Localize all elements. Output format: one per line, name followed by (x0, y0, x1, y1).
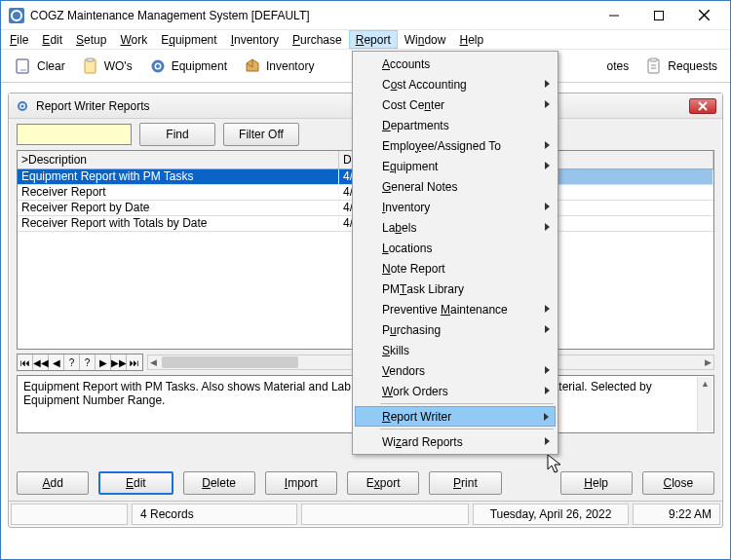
requests-icon (644, 56, 664, 76)
menu-employee[interactable]: Employee/Assigned To (355, 135, 556, 156)
print-button[interactable]: Print (429, 471, 501, 495)
menu-setup[interactable]: Setup (69, 30, 113, 49)
menu-equipment[interactable]: Equipment (154, 30, 223, 49)
tool-requests[interactable]: Requests (637, 54, 724, 79)
report-dropdown: Accounts Cost Accounting Cost Center Dep… (352, 51, 558, 455)
menu-preventive[interactable]: Preventive Maintenance (355, 299, 556, 319)
menu-work-orders[interactable]: Work Orders (355, 381, 556, 401)
menu-inventory-sub[interactable]: Inventory (355, 197, 556, 217)
menu-report[interactable]: Report (349, 30, 398, 49)
tool-notes[interactable]: otes (600, 56, 636, 76)
tool-clear[interactable]: Clear (7, 54, 72, 79)
status-date: Tuesday, April 26, 2022 (473, 504, 629, 525)
gear-icon (15, 98, 30, 114)
menu-cost-center[interactable]: Cost Center (355, 94, 556, 115)
close-child-button[interactable]: Close (642, 471, 714, 495)
svg-point-0 (12, 11, 21, 20)
maximize-button[interactable] (636, 1, 681, 30)
menu-inventory[interactable]: Inventory (224, 30, 286, 49)
svg-rect-2 (655, 11, 664, 19)
close-button[interactable] (681, 1, 726, 30)
svg-rect-5 (17, 59, 28, 73)
find-button[interactable]: Find (139, 123, 215, 146)
menu-departments[interactable]: Departments (355, 115, 556, 135)
window-title: COGZ Maintenance Management System [DEFA… (30, 9, 592, 22)
tool-inventory[interactable]: Inventory (236, 54, 321, 79)
menu-bar: File Edit Setup Work Equipment Inventory… (1, 30, 730, 50)
menu-window[interactable]: Window (398, 30, 453, 49)
clear-icon (14, 56, 33, 76)
inner-status-bar: 4 Records Tuesday, April 26, 2022 9:22 A… (9, 501, 722, 527)
equipment-icon (148, 56, 168, 76)
filter-off-button[interactable]: Filter Off (223, 123, 299, 146)
menu-labels[interactable]: Labels (355, 217, 556, 238)
nav-locate2[interactable]: ? (80, 355, 96, 370)
title-bar: COGZ Maintenance Management System [DEFA… (1, 1, 730, 30)
menu-purchasing[interactable]: Purchasing (355, 319, 556, 340)
nav-locate[interactable]: ? (64, 355, 80, 370)
status-records: 4 Records (132, 504, 297, 525)
menu-separator (380, 403, 554, 404)
nav-next-page[interactable]: ▶▶ (111, 355, 127, 370)
svg-rect-7 (87, 58, 94, 61)
menu-help[interactable]: Help (452, 30, 490, 49)
nav-next[interactable]: ▶ (96, 355, 111, 370)
wos-icon (81, 56, 100, 76)
add-button[interactable]: Add (17, 471, 89, 495)
status-cell-3 (301, 504, 469, 525)
menu-edit[interactable]: Edit (35, 30, 69, 49)
col-rest[interactable] (541, 151, 713, 168)
edit-button[interactable]: Edit (98, 471, 173, 495)
menu-separator (380, 429, 554, 429)
menu-general-notes[interactable]: General Notes (355, 176, 556, 197)
desc-vertical-scrollbar[interactable]: ▲ (697, 377, 712, 431)
search-input[interactable] (17, 124, 132, 145)
record-nav[interactable]: ⏮ ◀◀ ◀ ? ? ▶ ▶▶ ⏭ (17, 354, 143, 371)
menu-vendors[interactable]: Vendors (355, 360, 556, 381)
app-icon (9, 8, 24, 23)
svg-point-13 (21, 104, 24, 107)
svg-point-9 (156, 64, 160, 68)
export-button[interactable]: Export (347, 471, 419, 495)
bottom-button-row: Add Edit Delete Import Export Print Help… (9, 466, 722, 501)
menu-report-writer[interactable]: Report Writer (355, 406, 556, 427)
menu-wizard[interactable]: Wizard Reports (355, 431, 556, 452)
menu-skills[interactable]: Skills (355, 340, 556, 360)
minimize-button[interactable] (592, 1, 636, 30)
description-text-left: Equipment Report with PM Tasks. Also sho… (23, 380, 351, 393)
menu-work[interactable]: Work (113, 30, 154, 49)
status-cell-1 (11, 504, 128, 525)
import-button[interactable]: Import (265, 471, 337, 495)
svg-rect-11 (650, 58, 657, 61)
nav-last[interactable]: ⏭ (127, 355, 142, 370)
menu-pm-task[interactable]: PM Task Library (355, 279, 556, 299)
menu-accounts[interactable]: Accounts (355, 54, 556, 74)
col-description[interactable]: >Description (18, 151, 339, 168)
delete-button[interactable]: Delete (183, 471, 255, 495)
menu-locations[interactable]: Locations (355, 238, 556, 258)
scroll-thumb[interactable] (162, 356, 298, 368)
nav-first[interactable]: ⏮ (18, 355, 33, 370)
inventory-icon (243, 56, 262, 76)
nav-prev-page[interactable]: ◀◀ (33, 355, 49, 370)
child-close-button[interactable] (689, 98, 716, 114)
menu-note-report[interactable]: Note Report (355, 258, 556, 279)
status-time: 9:22 AM (633, 504, 720, 525)
help-button[interactable]: Help (560, 471, 633, 495)
tool-equipment[interactable]: Equipment (141, 54, 234, 79)
tool-wos[interactable]: WO's (74, 54, 139, 79)
menu-file[interactable]: File (3, 30, 35, 49)
menu-equipment-sub[interactable]: Equipment (355, 156, 556, 176)
menu-purchase[interactable]: Purchase (286, 30, 349, 49)
nav-prev[interactable]: ◀ (49, 355, 64, 370)
menu-cost-accounting[interactable]: Cost Accounting (355, 74, 556, 94)
